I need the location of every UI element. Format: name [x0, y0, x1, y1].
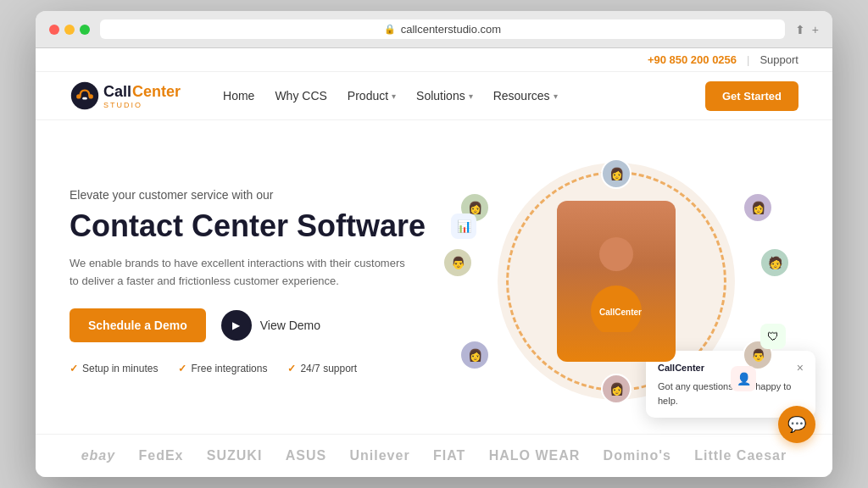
badge-setup: ✓ Setup in minutes	[70, 363, 158, 374]
hero-title: Contact Center Software	[70, 208, 434, 243]
browser-actions: ⬆ +	[795, 23, 819, 36]
avatar-1: 👩	[601, 158, 632, 189]
schedule-demo-button[interactable]: Schedule a Demo	[70, 308, 206, 342]
svg-point-0	[71, 82, 98, 109]
hero-buttons: Schedule a Demo ▶ View Demo	[70, 308, 434, 342]
badge-support: ✓ 24/7 support	[287, 363, 357, 374]
view-demo-button[interactable]: ▶ View Demo	[221, 310, 320, 341]
svg-point-2	[89, 94, 93, 98]
badge-integrations: ✓ Free integrations	[178, 363, 267, 374]
nav-home[interactable]: Home	[223, 89, 254, 103]
avatar-6: 👩	[459, 340, 490, 370]
hero-eyebrow: Elevate your customer service with our	[70, 188, 434, 202]
logo-sub: STUDIO	[103, 101, 181, 109]
nav-product[interactable]: Product ▾	[348, 89, 396, 103]
support-link[interactable]: Support	[760, 53, 798, 66]
window-controls	[49, 25, 90, 35]
url-text: callcenterstudio.com	[401, 23, 502, 36]
brand-dominos: Domino's	[604, 448, 671, 463]
avatar-5: 👩	[601, 374, 632, 404]
brand-suzuki: SUZUKI	[207, 448, 263, 463]
chart-badge: 📊	[451, 214, 476, 239]
brand-halowear: HALO WEAR	[489, 448, 581, 463]
share-icon[interactable]: ⬆	[795, 23, 805, 36]
hero-content: Elevate your customer service with our C…	[70, 188, 434, 375]
nav-links: Home Why CCS Product ▾ Solutions ▾ Resou…	[223, 89, 680, 103]
check-icon: ✓	[178, 363, 186, 374]
browser-titlebar: 🔒 callcenterstudio.com ⬆ +	[36, 11, 832, 48]
maximize-dot[interactable]	[80, 25, 90, 35]
hero-visual: 👩 👩 🧑 👨 👩 👩 👨 👩 📊 🛡 👤	[434, 146, 798, 417]
shield-badge: 🛡	[760, 324, 786, 349]
brand-asus: ASUS	[286, 448, 326, 463]
new-tab-icon[interactable]: +	[812, 23, 819, 36]
browser-window: 🔒 callcenterstudio.com ⬆ + +90 850 200 0…	[36, 11, 832, 477]
logo-primary-2: Center	[132, 83, 181, 101]
svg-text:CallCenter: CallCenter	[599, 308, 642, 317]
person-badge: 👤	[731, 366, 756, 391]
check-icon: ✓	[287, 363, 296, 374]
phone-number[interactable]: +90 850 200 0256	[648, 53, 737, 66]
logo[interactable]: CallCenter STUDIO	[70, 80, 181, 111]
top-bar: +90 850 200 0256 | Support	[36, 48, 832, 72]
logo-primary: Call	[103, 83, 131, 101]
brand-unilever: Unilever	[349, 448, 409, 463]
logo-text-block: CallCenter STUDIO	[103, 83, 181, 109]
brands-section: ebay FedEx SUZUKI ASUS Unilever FIAT HAL…	[36, 434, 832, 477]
chat-close-button[interactable]: ×	[797, 361, 804, 374]
chat-brand-name: CallCenter	[658, 363, 704, 373]
hero-badges: ✓ Setup in minutes ✓ Free integrations ✓…	[70, 363, 434, 374]
play-icon: ▶	[221, 310, 252, 341]
close-dot[interactable]	[49, 25, 59, 35]
website-content: +90 850 200 0256 | Support CallCenter S	[36, 48, 832, 477]
svg-point-1	[76, 94, 81, 98]
logo-icon	[70, 80, 100, 111]
get-started-button[interactable]: Get Started	[705, 81, 798, 111]
avatar-2: 👩	[743, 192, 773, 223]
chevron-down-icon: ▾	[554, 92, 558, 101]
separator: |	[747, 53, 749, 66]
nav-why-ccs[interactable]: Why CCS	[275, 89, 326, 103]
svg-point-4	[599, 237, 633, 271]
avatar-3: 🧑	[760, 247, 790, 278]
chat-fab-button[interactable]: 💬	[778, 406, 815, 443]
nav-resources[interactable]: Resources ▾	[493, 89, 558, 103]
avatar-7: 👨	[442, 247, 473, 278]
address-bar[interactable]: 🔒 callcenterstudio.com	[100, 19, 785, 39]
chevron-down-icon: ▾	[469, 92, 473, 101]
lock-icon: 🔒	[384, 24, 396, 35]
brand-fedex: FedEx	[138, 448, 183, 463]
person-image: CallCenter	[557, 201, 676, 362]
svg-rect-3	[82, 97, 86, 100]
minimize-dot[interactable]	[64, 25, 75, 35]
brand-fiat: FIAT	[433, 448, 465, 463]
chevron-down-icon: ▾	[392, 92, 396, 101]
nav-solutions[interactable]: Solutions ▾	[416, 89, 473, 103]
navigation: CallCenter STUDIO Home Why CCS Product ▾…	[36, 72, 832, 120]
brand-littlecaesar: Little Caesar	[694, 448, 787, 463]
check-icon: ✓	[70, 363, 78, 374]
brand-ebay: ebay	[81, 448, 115, 463]
hero-description: We enable brands to have excellent inter…	[70, 255, 409, 291]
hero-person-card: CallCenter	[557, 201, 676, 362]
